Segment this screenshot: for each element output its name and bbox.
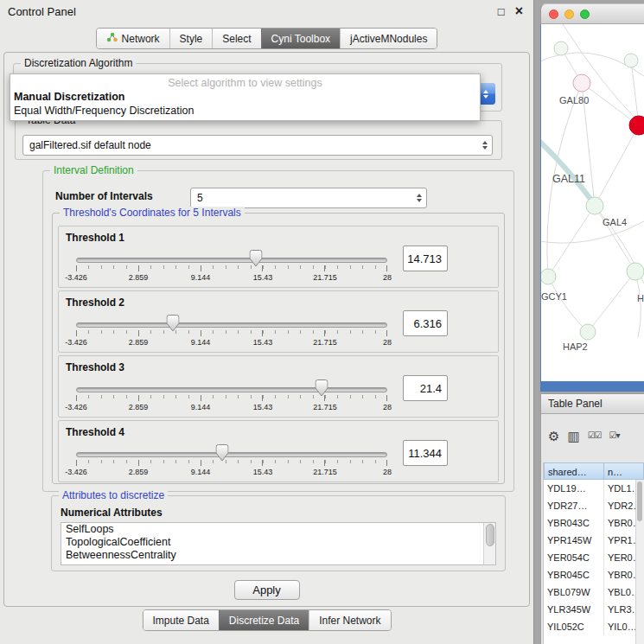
slider-scale-label: 15.43 — [253, 468, 273, 476]
cell-shared-name: YIL052C — [544, 618, 604, 635]
column-header-name[interactable]: n… — [604, 462, 644, 480]
network-node-gal4[interactable] — [586, 197, 603, 214]
selection-menu-icon[interactable]: ☑▾ — [609, 431, 620, 440]
slider-thumb[interactable] — [166, 315, 179, 332]
table-row[interactable]: YBL079WYBL0… — [544, 583, 644, 601]
minimize-button[interactable] — [564, 10, 574, 19]
cell-shared-name: YDR27… — [544, 497, 604, 514]
table-row[interactable]: YLR345WYLR3… — [544, 601, 644, 618]
table-data-combobox[interactable]: galFiltered.sif default node — [22, 135, 493, 156]
table-row[interactable]: YDL19…YDL1… — [544, 480, 644, 497]
slider-track[interactable] — [76, 452, 387, 457]
table-data-group: Table Data galFiltered.sif default node — [15, 120, 502, 160]
menu-item-manual-discretization[interactable]: Manual Discretization — [10, 90, 480, 104]
slider-major-ticks — [76, 265, 387, 271]
close-button[interactable] — [549, 10, 558, 19]
selected-network-node[interactable] — [629, 116, 644, 135]
network-node[interactable] — [627, 263, 644, 280]
control-panel-tabs: Network Style Select Cyni Toolbox jActiv… — [96, 28, 438, 49]
slider-major-ticks — [76, 395, 387, 401]
slider-scale: -3.4262.8599.14415.4321.71528 — [76, 403, 387, 413]
slider-thumb[interactable] — [216, 444, 229, 462]
threshold-slider[interactable]: -3.4262.8599.14415.4321.71528 — [76, 443, 387, 481]
threshold-panel: Threshold 1-3.4262.8599.14415.4321.71528… — [58, 226, 499, 288]
threshold-slider[interactable]: -3.4262.8599.14415.4321.71528 — [76, 314, 387, 352]
scrollbar-thumb[interactable] — [637, 481, 642, 521]
cell-shared-name: YBR043C — [544, 514, 604, 532]
scrollbar-thumb[interactable] — [486, 524, 494, 546]
slider-scale-label: 9.144 — [191, 468, 211, 476]
table-row[interactable]: YIL052CYIL0… — [544, 618, 644, 635]
network-node[interactable] — [554, 41, 568, 55]
slider-track[interactable] — [76, 258, 387, 263]
slider-scale-label: -3.426 — [65, 468, 87, 476]
tab-infer-network[interactable]: Infer Network — [309, 610, 390, 630]
cell-shared-name: YPR145W — [544, 532, 604, 549]
control-panel-titlebar[interactable]: Control Panel □ × — [0, 0, 533, 22]
threshold-value-field[interactable]: 11.344 — [403, 440, 448, 466]
tab-select[interactable]: Select — [212, 29, 260, 48]
network-node-gcy1[interactable] — [541, 269, 556, 284]
tab-discretize-data[interactable]: Discretize Data — [219, 610, 309, 630]
tab-label: Discretize Data — [229, 615, 299, 627]
group-title: Discretization Algorithm — [21, 57, 136, 70]
tab-style[interactable]: Style — [169, 29, 213, 48]
menu-item-equal-width-frequency[interactable]: Equal Width/Frequency Discretization — [10, 104, 480, 118]
slider-thumb[interactable] — [249, 250, 262, 267]
slider-track[interactable] — [76, 387, 387, 392]
slider-scale-label: 21.715 — [313, 273, 337, 282]
tab-network[interactable]: Network — [97, 29, 169, 48]
slider-scale-label: 21.715 — [313, 403, 337, 411]
threshold-value-field[interactable]: 6.316 — [403, 310, 448, 336]
network-node-hap2[interactable] — [580, 324, 596, 340]
slider-scale-label: -3.426 — [65, 403, 87, 411]
table-panel-title: Table Panel — [548, 398, 603, 410]
tab-jactivemnodules[interactable]: jActiveMNodules — [340, 29, 437, 48]
combo-arrows-icon — [482, 141, 488, 150]
tab-cyni-toolbox[interactable]: Cyni Toolbox — [261, 29, 340, 48]
list-scrollbar[interactable] — [483, 523, 495, 564]
table-row[interactable]: YBR045CYBR0… — [544, 566, 644, 583]
table-row[interactable]: YPR145WYPR1… — [544, 532, 644, 549]
table-row[interactable]: YER054CYER0… — [544, 549, 644, 566]
table-panel-header[interactable]: Table Panel — [540, 393, 644, 414]
table-row[interactable]: YBR043CYBR0… — [544, 514, 644, 532]
network-node[interactable] — [624, 54, 638, 67]
close-window-icon[interactable]: × — [515, 4, 523, 18]
slider-scale-label: 2.859 — [129, 403, 149, 411]
network-canvas[interactable]: GAL80 GAL11 GAL4 GCY1 HAP2 H — [540, 24, 644, 381]
tab-impute-data[interactable]: Impute Data — [143, 610, 218, 630]
numerical-attributes-label: Numerical Attributes — [61, 507, 163, 519]
threshold-slider[interactable]: -3.4262.8599.14415.4321.71528 — [76, 379, 387, 417]
slider-thumb[interactable] — [316, 379, 328, 397]
threshold-value-field[interactable]: 21.4 — [403, 375, 448, 401]
attribute-list-item[interactable]: BetweennessCentrality — [61, 549, 495, 562]
column-header-shared-name[interactable]: shared… — [544, 462, 604, 480]
combobox-value: 5 — [197, 188, 203, 207]
slider-track[interactable] — [76, 322, 387, 328]
network-window-titlebar[interactable] — [540, 3, 644, 24]
zoom-button[interactable] — [580, 10, 590, 19]
menu-item-placeholder: Select algorithm to view settings — [10, 76, 480, 90]
control-panel-window: Control Panel □ × Network — [0, 0, 534, 644]
table-row[interactable]: YDR27…YDR2… — [544, 497, 644, 514]
num-intervals-combobox[interactable]: 5 — [190, 188, 427, 208]
attribute-list-item[interactable]: TopologicalCoefficient — [61, 536, 495, 549]
select-columns-icon[interactable]: ☑☑ — [588, 431, 602, 440]
threshold-value-field[interactable]: 14.713 — [403, 245, 448, 271]
numerical-attributes-list[interactable]: SelfLoopsTopologicalCoefficientBetweenne… — [61, 522, 496, 565]
gear-icon[interactable]: ⚙ — [548, 430, 559, 443]
node-label-gal11: GAL11 — [552, 173, 585, 185]
apply-button[interactable]: Apply — [234, 580, 300, 600]
slider-major-ticks — [76, 330, 387, 336]
slider-scale-label: 21.715 — [313, 468, 337, 476]
threshold-slider[interactable]: -3.4262.8599.14415.4321.71528 — [76, 249, 387, 287]
slider-scale-label: 9.144 — [191, 338, 211, 347]
tab-label: Impute Data — [152, 615, 208, 627]
threshold-label: Threshold 4 — [66, 426, 124, 438]
attribute-list-item[interactable]: SelfLoops — [61, 523, 495, 536]
columns-icon[interactable]: ▥ — [567, 430, 579, 443]
float-window-icon[interactable]: □ — [498, 6, 505, 17]
table-scrollbar[interactable] — [635, 480, 644, 644]
network-node-gal80[interactable] — [573, 74, 590, 92]
